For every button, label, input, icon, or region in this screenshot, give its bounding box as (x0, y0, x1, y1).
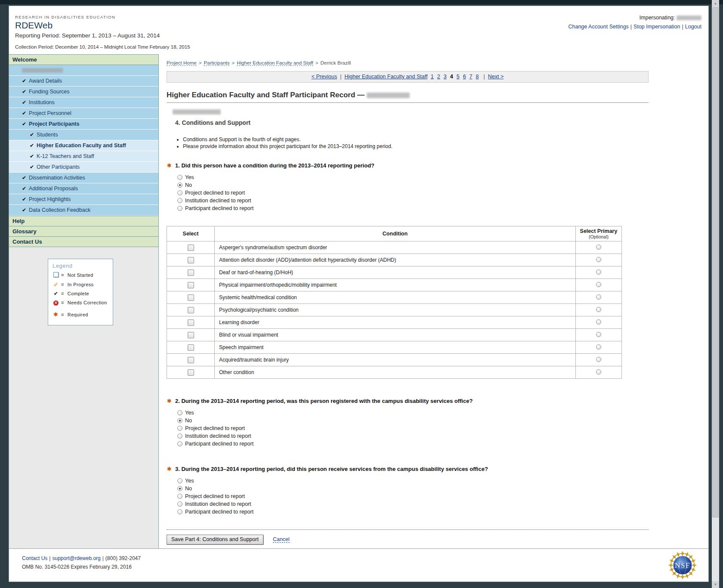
primary-condition-radio[interactable] (596, 294, 601, 300)
sidebar-item-k-12-teachers-and-staff[interactable]: ✔K-12 Teachers and Staff (9, 151, 158, 162)
radio-option-yes[interactable]: Yes (177, 174, 649, 180)
condition-checkbox[interactable] (188, 282, 194, 288)
radio-option-participant-declined-to-report[interactable]: Participant declined to report (177, 205, 649, 211)
radio-button[interactable] (177, 183, 182, 188)
radio-option-institution-declined-to-report[interactable]: Institution declined to report (177, 433, 649, 439)
radio-option-yes[interactable]: Yes (177, 410, 649, 416)
sidebar-item-redacted[interactable] (9, 65, 158, 76)
radio-option-project-declined-to-report[interactable]: Project declined to report (177, 493, 649, 499)
primary-condition-radio[interactable] (596, 319, 601, 325)
pager-page-7[interactable]: 7 (470, 74, 473, 80)
radio-option-no[interactable]: No (177, 418, 649, 424)
sidebar-item-institutions[interactable]: ✔Institutions (9, 97, 158, 108)
pager-page-6[interactable]: 6 (463, 74, 466, 80)
condition-checkbox[interactable] (188, 257, 194, 263)
primary-condition-radio[interactable] (596, 369, 601, 374)
breadcrumb-link-higher-education-faculty-and-staff[interactable]: Higher Education Faculty and Staff (237, 60, 313, 66)
section-link[interactable]: Higher Education Faculty and Staff (344, 74, 427, 80)
pager-page-1[interactable]: 1 (431, 74, 434, 80)
footer-contact-link[interactable]: Contact Us (22, 555, 47, 561)
save-button[interactable]: Save Part 4: Conditions and Support (167, 535, 263, 545)
sidebar-item-other-participants[interactable]: ✔Other Participants (9, 162, 158, 173)
radio-button[interactable] (177, 190, 182, 195)
radio-button[interactable] (177, 175, 182, 180)
radio-option-participant-declined-to-report[interactable]: Participant declined to report (177, 441, 649, 447)
breadcrumb-link-participants[interactable]: Participants (204, 60, 229, 66)
radio-option-no[interactable]: No (177, 486, 649, 492)
primary-condition-radio[interactable] (596, 269, 601, 275)
sidebar-item-funding-sources[interactable]: ✔Funding Sources (9, 87, 158, 97)
radio-option-participant-declined-to-report[interactable]: Participant declined to report (177, 509, 649, 515)
instruction-item: Please provide information about this pr… (183, 143, 649, 149)
sidebar-item-project-participants[interactable]: ✔Project Participants (9, 119, 158, 130)
radio-option-institution-declined-to-report[interactable]: Institution declined to report (177, 198, 649, 204)
primary-condition-radio[interactable] (596, 357, 601, 362)
vertical-scrollbar[interactable]: ▲ ▼ (712, 0, 719, 588)
condition-checkbox[interactable] (188, 357, 194, 363)
primary-condition-radio[interactable] (596, 307, 601, 312)
footer-email-link[interactable]: support@rdeweb.org (52, 555, 100, 561)
radio-button[interactable] (177, 441, 182, 446)
sidebar-item-project-highlights[interactable]: ✔Project Highlights (9, 194, 158, 205)
radio-option-yes[interactable]: Yes (177, 478, 649, 484)
primary-condition-radio[interactable] (596, 344, 601, 350)
pager-page-2[interactable]: 2 (437, 74, 440, 80)
body-row: Welcome ✔Award Details✔Funding Sources✔I… (9, 54, 708, 548)
radio-option-institution-declined-to-report[interactable]: Institution declined to report (177, 501, 649, 507)
account-link-change-account-settings[interactable]: Change Account Settings (568, 24, 628, 30)
cancel-link[interactable]: Cancel (273, 536, 290, 543)
sidebar-item-label: Other Participants (37, 164, 80, 170)
radio-button[interactable] (177, 509, 182, 514)
sidebar-item-contact-us[interactable]: Contact Us (9, 236, 158, 247)
sidebar-item-project-personnel[interactable]: ✔Project Personnel (9, 108, 158, 119)
condition-checkbox[interactable] (188, 294, 194, 301)
sidebar-item-students[interactable]: ✔Students (9, 130, 158, 140)
account-link-logout[interactable]: Logout (685, 24, 701, 30)
radio-button[interactable] (177, 198, 182, 203)
radio-button[interactable] (177, 206, 182, 211)
sidebar-item-glossary[interactable]: Glossary (9, 226, 158, 237)
condition-checkbox[interactable] (188, 344, 194, 351)
sidebar-item-award-details[interactable]: ✔Award Details (9, 76, 158, 87)
condition-checkbox[interactable] (188, 269, 194, 276)
pager-page-3[interactable]: 3 (444, 74, 447, 80)
radio-option-no[interactable]: No (177, 182, 649, 188)
primary-condition-radio[interactable] (596, 257, 601, 262)
sidebar-item-welcome[interactable]: Welcome (9, 54, 158, 65)
primary-condition-radio[interactable] (596, 244, 601, 250)
account-link-stop-impersonation[interactable]: Stop Impersonation (633, 24, 680, 30)
radio-button[interactable] (177, 418, 182, 423)
sidebar-item-additional-proposals[interactable]: ✔Additional Proposals (9, 183, 158, 194)
pager-page-8[interactable]: 8 (476, 74, 479, 80)
scrollbar-thumb[interactable] (712, 7, 719, 517)
radio-button[interactable] (177, 478, 182, 483)
sidebar-item-data-collection-feedback[interactable]: ✔Data Collection Feedback (9, 205, 158, 216)
condition-checkbox[interactable] (188, 307, 194, 313)
pager-page-5[interactable]: 5 (457, 74, 460, 80)
primary-condition-radio[interactable] (596, 332, 601, 337)
radio-button[interactable] (177, 501, 182, 507)
next-page-link[interactable]: Next > (488, 74, 504, 80)
primary-condition-radio[interactable] (596, 282, 601, 287)
condition-checkbox[interactable] (188, 244, 194, 251)
radio-button[interactable] (177, 433, 182, 439)
sidebar-item-higher-education-faculty-and-staff[interactable]: ✔Higher Education Faculty and Staff (9, 140, 158, 151)
radio-button[interactable] (177, 410, 182, 415)
sidebar-item-dissemination-activities[interactable]: ✔Dissemination Activities (9, 173, 158, 183)
radio-option-project-declined-to-report[interactable]: Project declined to report (177, 425, 649, 431)
condition-checkbox[interactable] (188, 319, 194, 326)
radio-label: Yes (185, 410, 194, 416)
sidebar-item-label: Project Personnel (29, 110, 71, 116)
scroll-down-button[interactable]: ▼ (712, 581, 719, 588)
radio-option-project-declined-to-report[interactable]: Project declined to report (177, 190, 649, 196)
radio-button[interactable] (177, 494, 182, 499)
condition-checkbox[interactable] (188, 369, 194, 376)
breadcrumb-link-project-home[interactable]: Project Home (167, 60, 197, 66)
sidebar-item-help[interactable]: Help (9, 216, 158, 226)
radio-button[interactable] (177, 426, 182, 431)
condition-label: Systemic health/medical condition (215, 291, 576, 304)
previous-page-link[interactable]: < Previous (312, 74, 337, 80)
radio-button[interactable] (177, 486, 182, 491)
condition-checkbox[interactable] (188, 332, 194, 338)
scroll-up-button[interactable]: ▲ (712, 0, 719, 7)
